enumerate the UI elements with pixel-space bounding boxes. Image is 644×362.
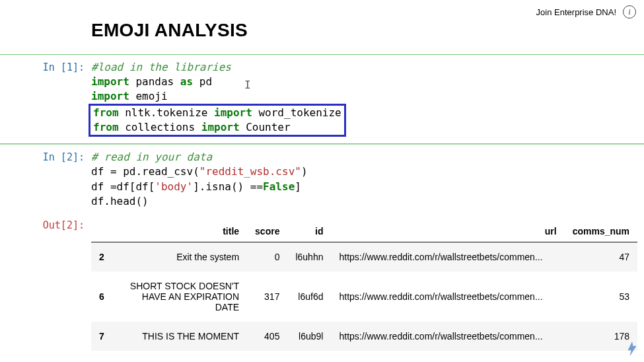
output-cell-2: Out[2]: title score id url comms_num 2 E…: [0, 215, 644, 351]
code-kw: import: [91, 90, 129, 102]
cell-idx: 6: [91, 272, 112, 322]
code-kw: from: [93, 121, 119, 133]
cell-id: l6uhhn: [287, 242, 331, 272]
code-text: pandas: [129, 75, 180, 88]
col-url: url: [331, 221, 564, 242]
code-kw: import: [91, 75, 129, 88]
code-body-1[interactable]: #load in the libraries import pandas as …: [91, 60, 644, 137]
cell-id: l6ub9l: [287, 322, 331, 351]
cell-idx: 7: [91, 322, 112, 351]
cell-url: https://www.reddit.com/r/wallstreetbets/…: [331, 272, 564, 322]
code-kw: import: [201, 121, 240, 133]
code-kw: from: [93, 106, 119, 119]
table-row: 7 THIS IS THE MOMENT 405 l6ub9l https://…: [91, 322, 637, 351]
code-text: emoji: [129, 90, 168, 102]
cell-title: Exit the system: [112, 242, 247, 272]
code-string: 'body': [155, 180, 193, 193]
code-comment: #load in the libraries: [91, 61, 231, 73]
code-kw: as: [180, 75, 193, 88]
code-text: df.head(): [91, 195, 149, 207]
cell-idx: 2: [91, 242, 112, 272]
code-string: "reddit_wsb.csv": [199, 165, 301, 178]
code-text: collections: [119, 121, 201, 133]
table-row: 2 Exit the system 0 l6uhhn https://www.r…: [91, 242, 637, 272]
output-body-2: title score id url comms_num 2 Exit the …: [91, 218, 644, 351]
code-body-2[interactable]: # read in your data df = pd.read_csv("re…: [91, 150, 644, 208]
col-id: id: [287, 221, 331, 242]
cell-score: 0: [247, 242, 287, 272]
code-text: pd: [193, 75, 212, 88]
cell-score: 317: [247, 272, 287, 322]
code-text: ): [301, 165, 308, 178]
info-icon[interactable]: i: [623, 5, 636, 18]
page-title: EMOJI ANALYSIS: [91, 20, 644, 41]
table-row: 6 SHORT STOCK DOESN'T HAVE AN EXPIRATION…: [91, 272, 637, 322]
prompt-in-1: In [1]:: [0, 60, 91, 137]
dataframe-table: title score id url comms_num 2 Exit the …: [91, 221, 637, 351]
brand-logo-icon: [624, 341, 640, 357]
col-score: score: [247, 221, 287, 242]
code-cell-2[interactable]: In [2]: # read in your data df = pd.read…: [0, 144, 644, 215]
cell-id: l6uf6d: [287, 272, 331, 322]
code-text: ]: [295, 180, 301, 193]
code-bool: False: [263, 180, 295, 193]
code-text: Counter: [240, 121, 291, 133]
topbar: Join Enterprise DNA! i: [536, 5, 636, 18]
code-kw: import: [214, 106, 252, 119]
cell-comms: 53: [565, 272, 637, 322]
prompt-in-2: In [2]:: [0, 150, 91, 208]
code-text: word_tokenize: [252, 106, 341, 119]
col-title: title: [112, 221, 247, 242]
code-text: ].isna() ==: [193, 180, 263, 193]
cell-url: https://www.reddit.com/r/wallstreetbets/…: [331, 242, 564, 272]
cell-title: SHORT STOCK DOESN'T HAVE AN EXPIRATION D…: [112, 272, 247, 322]
highlight-box: from nltk.tokenize import word_tokenize …: [89, 104, 346, 137]
join-link[interactable]: Join Enterprise DNA!: [536, 7, 616, 17]
prompt-out-2: Out[2]:: [0, 218, 91, 351]
code-cell-1[interactable]: In [1]: #load in the libraries import pa…: [0, 54, 644, 144]
code-comment: # read in your data: [91, 151, 212, 163]
table-header-row: title score id url comms_num: [91, 221, 637, 242]
code-text: nltk.tokenize: [119, 106, 215, 119]
cell-url: https://www.reddit.com/r/wallstreetbets/…: [331, 322, 564, 351]
col-comms-num: comms_num: [565, 221, 637, 242]
cell-score: 405: [247, 322, 287, 351]
code-text: df =df[df[: [91, 180, 155, 193]
code-text: df = pd.read_csv(: [91, 165, 199, 178]
cell-title: THIS IS THE MOMENT: [112, 322, 247, 351]
col-index: [91, 221, 112, 242]
cell-comms: 47: [565, 242, 637, 272]
